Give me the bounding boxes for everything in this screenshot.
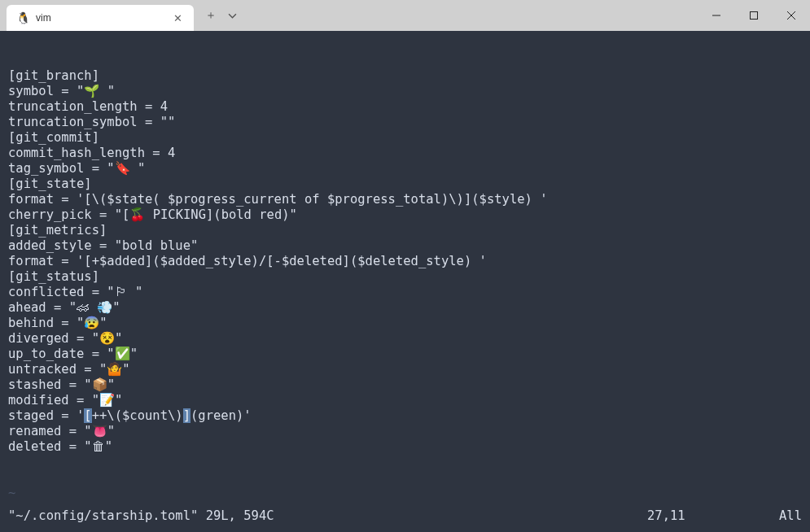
status-file: "~/.config/starship.toml" 29L, 594C <box>8 508 647 524</box>
editor-line: [git_commit] <box>8 130 802 146</box>
tab-title: vim <box>36 12 164 24</box>
app-window: 🐧 vim ✕ ＋ [git_branch]symbol = "🌱 "trunc… <box>0 0 810 532</box>
tab-actions: ＋ <box>205 8 237 23</box>
vim-tilde: ~ <box>8 486 802 501</box>
editor-line: staged = '[++\($count\)](green)' <box>8 408 802 424</box>
new-tab-button[interactable]: ＋ <box>205 8 217 23</box>
status-position: 27,11 <box>647 508 769 524</box>
editor-line: [git_metrics] <box>8 223 802 238</box>
editor-line: ahead = "🏎 💨" <box>8 300 802 316</box>
editor-line: [git_branch] <box>8 68 802 84</box>
editor-line: conflicted = "🏳 " <box>8 285 802 300</box>
editor-line: truncation_symbol = "" <box>8 115 802 130</box>
editor-line: format = '[\($state( $progress_current o… <box>8 192 802 207</box>
tab-active[interactable]: 🐧 vim ✕ <box>7 5 194 31</box>
window-controls <box>698 0 810 31</box>
editor-line: behind = "😰" <box>8 316 802 331</box>
editor-line: untracked = "🤷" <box>8 362 802 377</box>
terminal-viewport[interactable]: [git_branch]symbol = "🌱 "truncation_leng… <box>0 31 810 532</box>
editor-line: [git_status] <box>8 269 802 285</box>
editor-line: truncation_length = 4 <box>8 99 802 115</box>
editor-line: modified = "📝" <box>8 393 802 408</box>
tab-dropdown-button[interactable] <box>228 11 237 20</box>
svg-rect-1 <box>751 12 758 20</box>
editor-line: [git_state] <box>8 177 802 192</box>
editor-line: stashed = "📦" <box>8 377 802 393</box>
editor-line: renamed = "👅" <box>8 424 802 439</box>
editor-line: diverged = "😵" <box>8 331 802 347</box>
maximize-button[interactable] <box>735 0 773 31</box>
vim-status-line: "~/.config/starship.toml" 29L, 594C 27,1… <box>8 508 802 524</box>
tab-close-button[interactable]: ✕ <box>171 11 184 24</box>
editor-line: deleted = "🗑" <box>8 439 802 455</box>
close-button[interactable] <box>773 0 810 31</box>
minimize-button[interactable] <box>698 0 735 31</box>
editor-line: up_to_date = "✅" <box>8 347 802 362</box>
status-percent: All <box>769 508 802 524</box>
editor-line: commit_hash_length = 4 <box>8 146 802 161</box>
editor-line: symbol = "🌱 " <box>8 84 802 99</box>
titlebar: 🐧 vim ✕ ＋ <box>0 0 810 31</box>
editor-line: cherry_pick = "[🍒 PICKING](bold red)" <box>8 207 802 223</box>
editor-content: [git_branch]symbol = "🌱 "truncation_leng… <box>8 68 802 455</box>
editor-line: added_style = "bold blue" <box>8 238 802 254</box>
editor-line: format = '[+$added]($added_style)/[-$del… <box>8 254 802 269</box>
linux-icon: 🐧 <box>16 11 29 24</box>
editor-line: tag_symbol = "🔖 " <box>8 161 802 177</box>
